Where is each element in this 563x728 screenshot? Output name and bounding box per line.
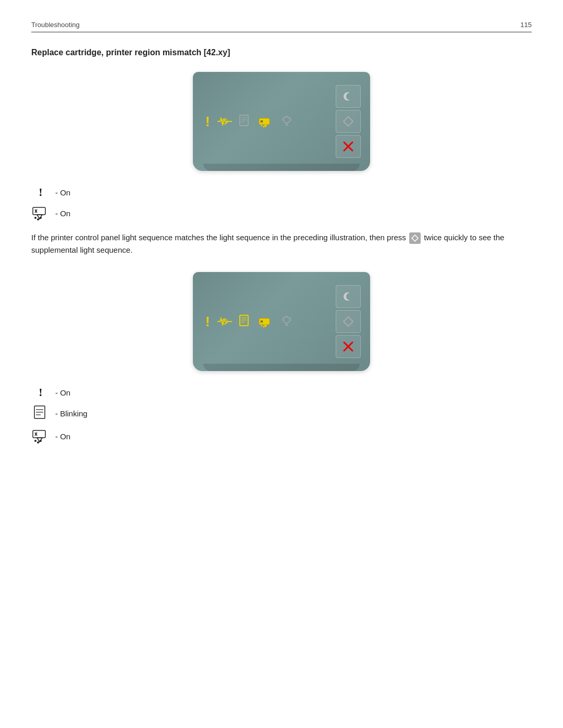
svg-line-47 [283, 317, 284, 318]
svg-rect-36 [259, 318, 270, 325]
svg-point-38 [261, 325, 262, 327]
svg-marker-51 [344, 317, 353, 326]
cancel-button-1 [336, 135, 361, 158]
diamond-button-2 [336, 310, 361, 333]
panel-buttons-1 [336, 85, 361, 158]
legend-toner-icon-1 [31, 205, 50, 221]
exclaim-icon-1: ! [205, 114, 210, 130]
legend-section-2: ! - On - Blinking [31, 387, 532, 444]
svg-point-40 [265, 325, 266, 327]
bulb-icon-1 [280, 115, 293, 128]
activity-icon-2 [217, 316, 232, 327]
inline-diamond-button [409, 232, 421, 244]
cancel-button-2 [336, 335, 361, 358]
toner-icon-2 [258, 314, 273, 329]
legend-toner-status-2: - On [55, 432, 70, 441]
printer-panel-1: ! [193, 72, 370, 171]
panel-buttons-2 [336, 285, 361, 358]
section-title: Replace cartridge, printer region mismat… [31, 48, 532, 57]
svg-point-62 [40, 440, 42, 442]
svg-rect-23 [33, 207, 45, 215]
description-paragraph: If the printer control panel light seque… [31, 231, 532, 256]
legend-exclaim-icon-2: ! [31, 387, 50, 398]
svg-rect-5 [259, 118, 270, 125]
svg-point-39 [263, 326, 264, 328]
legend-item-exclaim-1: ! - On [31, 187, 532, 198]
svg-point-43 [284, 317, 290, 323]
printer-panel-2: ! [193, 272, 370, 371]
svg-point-60 [34, 440, 36, 442]
legend-section-1: ! - On - On [31, 187, 532, 221]
legend-toner-icon-2 [31, 428, 50, 444]
legend-toner-status-1: - On [55, 209, 70, 218]
sleep-button-2 [336, 285, 361, 308]
legend-item-paper-2: - Blinking [31, 405, 532, 421]
svg-point-8 [263, 126, 264, 128]
svg-rect-1 [240, 115, 248, 126]
svg-rect-58 [33, 430, 45, 438]
activity-icon-1 [217, 116, 232, 127]
page-container: Troubleshooting 115 Replace cartridge, p… [0, 0, 563, 486]
header-page-number: 115 [520, 21, 532, 29]
svg-point-61 [37, 441, 39, 443]
svg-marker-30 [412, 235, 418, 241]
paper-blink-icon-2 [239, 315, 251, 328]
exclaim-icon-2: ! [205, 314, 210, 330]
legend-exclaim-status-2: - On [55, 388, 70, 397]
header-section: Troubleshooting [31, 21, 80, 29]
page-header: Troubleshooting 115 [31, 21, 532, 32]
legend-paper-icon-2 [31, 405, 50, 421]
svg-point-12 [284, 117, 290, 123]
svg-marker-20 [344, 117, 353, 126]
svg-line-17 [290, 117, 291, 118]
svg-rect-32 [240, 315, 248, 326]
svg-point-25 [34, 217, 36, 219]
sleep-button-1 [336, 85, 361, 108]
toner-icon-1 [258, 114, 273, 129]
svg-line-16 [283, 117, 284, 118]
legend-item-exclaim-2: ! - On [31, 387, 532, 398]
bulb-icon-2 [280, 315, 293, 328]
legend-exclaim-icon-1: ! [31, 187, 50, 198]
svg-point-26 [37, 218, 39, 220]
svg-point-27 [40, 217, 42, 219]
svg-line-48 [290, 317, 291, 318]
panel-icons-row-1: ! [205, 114, 331, 130]
panel-icons-row-2: ! [205, 314, 331, 330]
legend-exclaim-status-1: - On [55, 188, 70, 197]
diamond-button-1 [336, 110, 361, 133]
legend-item-toner-1: - On [31, 205, 532, 221]
legend-paper-status-2: - Blinking [55, 409, 88, 418]
legend-item-toner-2: - On [31, 428, 532, 444]
svg-point-9 [265, 125, 266, 127]
paper-icon-1 [239, 115, 251, 128]
svg-point-7 [261, 125, 262, 127]
